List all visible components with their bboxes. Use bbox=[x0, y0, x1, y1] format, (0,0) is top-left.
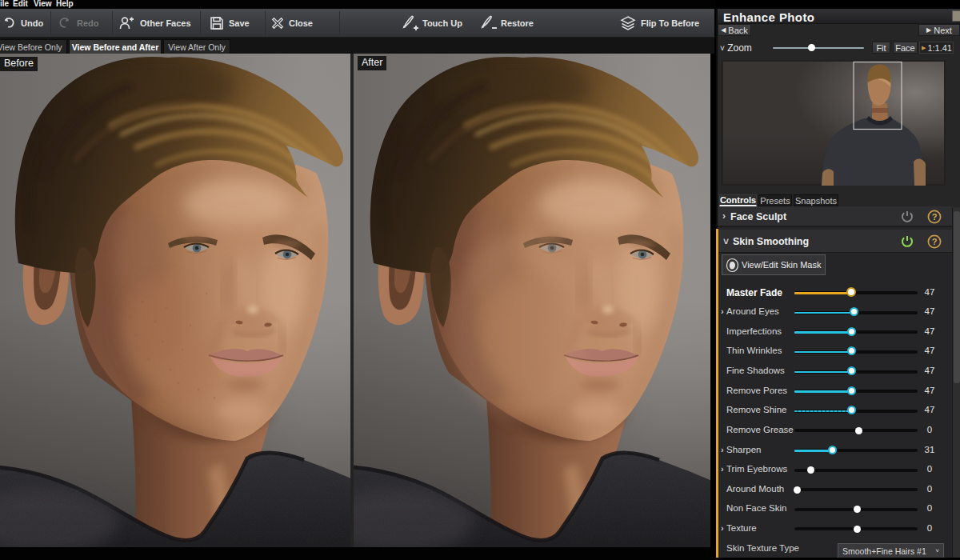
svg-text:?: ? bbox=[932, 212, 938, 222]
svg-text:?: ? bbox=[932, 237, 938, 246]
